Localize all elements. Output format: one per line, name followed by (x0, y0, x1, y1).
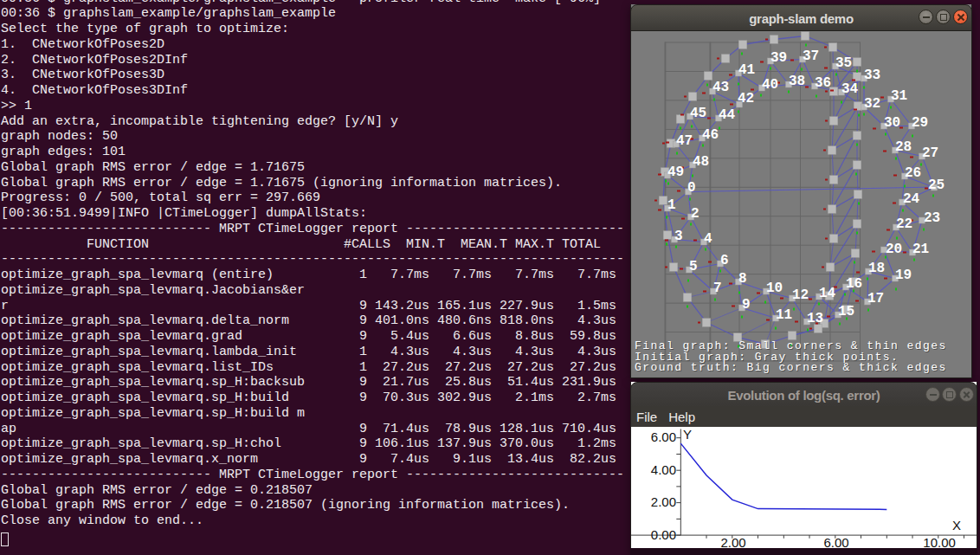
svg-text:1: 1 (667, 197, 676, 213)
svg-text:47: 47 (676, 133, 693, 149)
svg-text:33: 33 (864, 68, 880, 83)
svg-text:28: 28 (895, 139, 912, 155)
svg-text:20: 20 (886, 242, 902, 257)
svg-text:4.00: 4.00 (651, 462, 676, 477)
svg-text:22: 22 (896, 216, 912, 232)
svg-text:8: 8 (738, 271, 747, 287)
svg-text:10: 10 (766, 281, 783, 296)
svg-text:12: 12 (792, 287, 809, 303)
svg-text:4: 4 (704, 231, 712, 247)
svg-text:27: 27 (922, 145, 938, 161)
svg-text:21: 21 (912, 242, 929, 257)
svg-text:34: 34 (841, 81, 859, 97)
svg-text:X: X (952, 518, 961, 532)
svg-text:Y: Y (683, 427, 692, 442)
svg-text:19: 19 (895, 268, 912, 283)
svg-text:32: 32 (864, 96, 880, 112)
svg-text:35: 35 (835, 55, 852, 71)
svg-text:7: 7 (713, 281, 722, 296)
svg-text:36: 36 (815, 75, 831, 91)
svg-text:9: 9 (742, 297, 751, 313)
svg-text:25: 25 (928, 177, 945, 193)
svg-text:29: 29 (912, 115, 928, 131)
svg-text:15: 15 (838, 304, 854, 319)
svg-text:41: 41 (738, 62, 755, 78)
svg-text:10.00: 10.00 (923, 535, 956, 548)
svg-text:46: 46 (702, 127, 719, 143)
svg-text:3: 3 (674, 229, 683, 244)
svg-text:30: 30 (884, 115, 900, 131)
svg-text:23: 23 (924, 210, 940, 226)
svg-text:16: 16 (846, 276, 862, 292)
svg-text:26: 26 (905, 165, 921, 181)
svg-text:40: 40 (762, 77, 778, 93)
svg-text:11: 11 (776, 307, 792, 323)
svg-text:6.00: 6.00 (651, 429, 676, 444)
svg-text:6: 6 (720, 253, 729, 268)
svg-text:44: 44 (719, 107, 736, 123)
svg-text:17: 17 (867, 291, 884, 307)
svg-text:38: 38 (789, 74, 805, 89)
svg-text:14: 14 (819, 286, 836, 301)
svg-text:2.00: 2.00 (720, 535, 745, 548)
svg-text:43: 43 (712, 80, 729, 95)
svg-text:5: 5 (689, 259, 698, 274)
svg-text:31: 31 (891, 88, 907, 104)
svg-text:37: 37 (803, 48, 819, 64)
svg-text:13: 13 (807, 311, 823, 326)
svg-text:39: 39 (770, 50, 787, 66)
svg-text:0.00: 0.00 (651, 527, 676, 542)
svg-text:49: 49 (667, 165, 684, 180)
svg-text:0: 0 (687, 180, 696, 196)
svg-text:2.00: 2.00 (651, 494, 676, 509)
svg-text:42: 42 (738, 91, 754, 106)
svg-text:24: 24 (903, 191, 920, 207)
svg-text:45: 45 (690, 106, 706, 121)
svg-text:18: 18 (868, 261, 885, 276)
svg-text:2: 2 (691, 206, 700, 222)
svg-text:48: 48 (693, 154, 709, 170)
svg-text:6.00: 6.00 (823, 535, 848, 548)
